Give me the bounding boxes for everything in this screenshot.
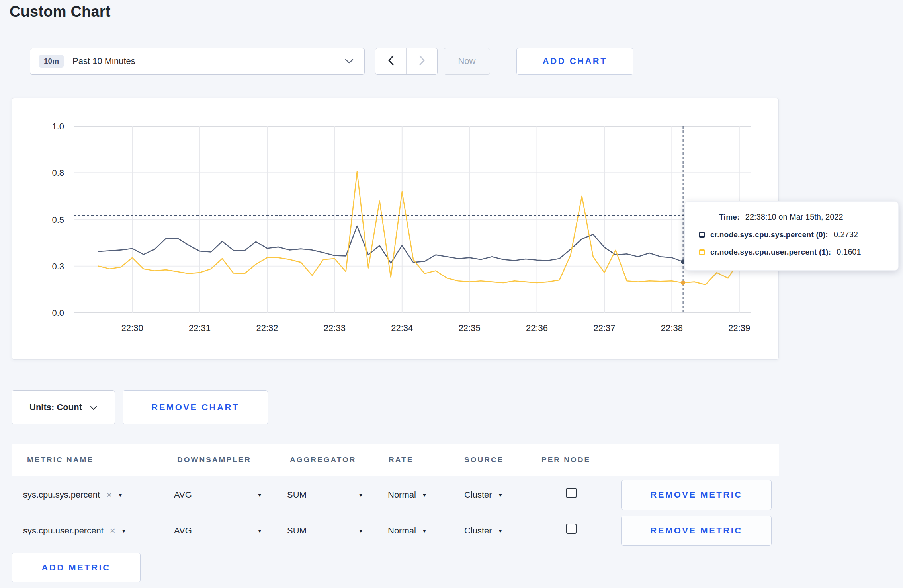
tooltip-series-value: 0.2732 [834,230,858,239]
col-header-source: SOURCE [464,456,504,464]
time-nav-group [375,48,438,75]
metric-name-select[interactable]: sys.cpu.sys.percent × ▼ [23,488,123,502]
caret-down-icon: ▼ [117,492,123,498]
time-forward-button[interactable] [407,48,437,74]
caret-down-icon: ▼ [257,492,262,498]
custom-chart-page: Custom Chart 10m Past 10 Minutes Now ADD… [0,0,903,588]
aggregator-select[interactable]: SUM ▼ [287,488,364,502]
svg-text:22:32: 22:32 [256,323,278,333]
caret-down-icon: ▼ [422,528,427,534]
remove-metric-button[interactable]: REMOVE METRIC [621,516,772,546]
metric-name-value: sys.cpu.sys.percent [23,490,100,500]
svg-text:22:35: 22:35 [459,323,481,333]
remove-chart-button[interactable]: REMOVE CHART [123,390,268,424]
svg-text:22:34: 22:34 [391,323,413,333]
tooltip-time-label: Time: [719,213,740,221]
rate-select[interactable]: Normal ▼ [388,524,427,537]
svg-text:22:37: 22:37 [593,323,615,333]
metric-name-select[interactable]: sys.cpu.user.percent × ▼ [23,524,127,537]
chevron-left-icon [387,55,395,68]
downsampler-value: AVG [174,526,192,536]
metric-name-value: sys.cpu.user.percent [23,526,104,536]
time-range-dropdown[interactable]: 10m Past 10 Minutes [30,48,365,75]
col-header-downsampler: DOWNSAMPLER [177,456,251,464]
tooltip-series-row: cr.node.sys.cpu.user.percent (1): 0.1601 [699,247,889,257]
add-metric-button[interactable]: ADD METRIC [12,553,141,582]
source-select[interactable]: Cluster ▼ [464,524,503,537]
series-swatch-icon [699,249,705,255]
tooltip-series-value: 0.1601 [837,247,861,257]
metrics-table-header: METRIC NAME DOWNSAMPLER AGGREGATOR RATE … [12,444,779,476]
svg-text:22:33: 22:33 [324,323,346,333]
caret-down-icon: ▼ [422,492,427,498]
toolbar-divider [12,48,12,75]
rate-value: Normal [388,490,416,500]
source-value: Cluster [464,490,492,500]
caret-down-icon: ▼ [358,528,364,534]
downsampler-select[interactable]: AVG ▼ [174,488,262,502]
series-swatch-icon [699,232,705,238]
svg-text:22:39: 22:39 [728,323,750,333]
svg-text:0.0: 0.0 [52,308,64,318]
source-value: Cluster [464,526,492,536]
chevron-right-icon [418,55,426,68]
tooltip-series-name: cr.node.sys.cpu.sys.percent (0): [710,230,828,239]
chart-tooltip: Time:22:38:10 on Mar 15th, 2022 cr.node.… [684,201,899,271]
now-button[interactable]: Now [444,48,490,75]
caret-down-icon: ▼ [121,528,127,534]
per-node-checkbox[interactable] [566,488,577,498]
chart-card: 0.00.30.50.81.022:3022:3122:3222:3322:34… [12,98,779,360]
downsampler-select[interactable]: AVG ▼ [174,524,262,537]
svg-text:22:31: 22:31 [189,323,211,333]
clear-metric-icon[interactable]: × [110,526,115,535]
col-header-metric-name: METRIC NAME [27,456,94,464]
rate-value: Normal [388,526,416,536]
caret-down-icon: ▼ [498,492,503,498]
chevron-down-icon [90,402,97,413]
svg-text:22:38: 22:38 [661,323,683,333]
per-node-checkbox[interactable] [566,524,577,534]
aggregator-select[interactable]: SUM ▼ [287,524,364,537]
svg-text:1.0: 1.0 [52,121,64,131]
tooltip-time-value: 22:38:10 on Mar 15th, 2022 [745,212,843,221]
time-range-badge: 10m [39,55,64,68]
caret-down-icon: ▼ [358,492,364,498]
downsampler-value: AVG [174,490,192,500]
caret-down-icon: ▼ [498,528,503,534]
timeseries-chart[interactable]: 0.00.30.50.81.022:3022:3122:3222:3322:34… [12,98,778,359]
svg-text:0.3: 0.3 [52,261,64,271]
remove-metric-button[interactable]: REMOVE METRIC [621,480,772,510]
aggregator-value: SUM [287,490,307,500]
col-header-per-node: PER NODE [541,456,590,464]
units-label: Units: Count [29,402,82,413]
tooltip-series-row: cr.node.sys.cpu.sys.percent (0): 0.2732 [699,230,889,239]
page-title: Custom Chart [10,3,111,20]
col-header-rate: RATE [389,456,413,464]
svg-text:0.8: 0.8 [52,168,64,178]
add-chart-button[interactable]: ADD CHART [516,48,633,75]
col-header-aggregator: AGGREGATOR [290,456,356,464]
caret-down-icon: ▼ [257,528,262,534]
time-range-label: Past 10 Minutes [72,56,135,66]
svg-text:22:36: 22:36 [526,323,548,333]
source-select[interactable]: Cluster ▼ [464,488,503,502]
time-back-button[interactable] [375,48,407,74]
svg-text:0.5: 0.5 [52,215,64,225]
rate-select[interactable]: Normal ▼ [388,488,427,502]
tooltip-series-name: cr.node.sys.cpu.user.percent (1): [710,248,831,257]
clear-metric-icon[interactable]: × [106,490,112,500]
chevron-down-icon [344,58,354,64]
svg-text:22:30: 22:30 [121,323,143,333]
units-dropdown[interactable]: Units: Count [12,390,115,424]
aggregator-value: SUM [287,526,307,536]
